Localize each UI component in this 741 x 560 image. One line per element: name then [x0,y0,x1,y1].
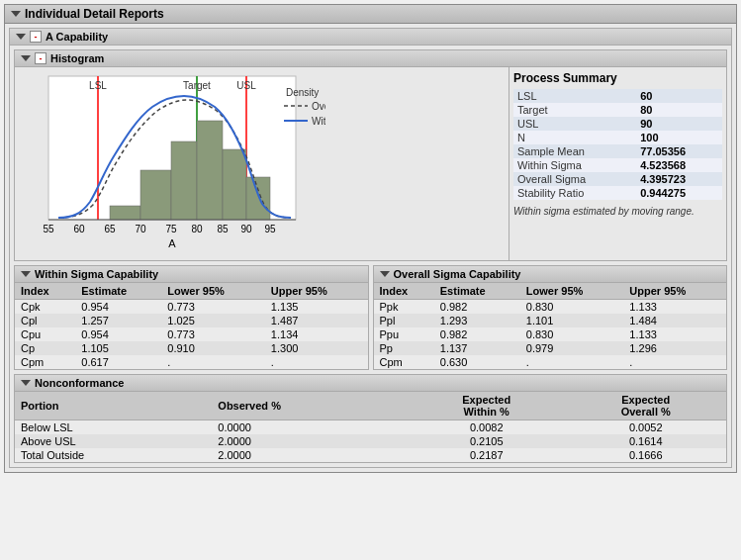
x-label-95: 95 [264,224,276,234]
within-estimate: 1.257 [75,314,161,327]
within-upper: 1.135 [265,300,368,315]
nonconf-col-portion: Portion [15,392,212,420]
target-label: Target [183,80,211,91]
nonconf-exp-overall: 0.1666 [565,448,726,462]
ps-label: USL [513,117,636,131]
hist-toggle[interactable]: - [35,52,46,64]
within-index: Cpk [15,300,75,315]
nonconf-exp-within: 0.0082 [408,420,565,435]
cap-toggle[interactable]: - [30,31,42,43]
ps-row: Within Sigma4.523568 [513,158,722,172]
ps-row: Target80 [513,103,722,117]
within-row: Cpm0.617.. [15,355,368,369]
expand-icon[interactable] [11,11,21,17]
within-lower: 0.773 [161,327,265,341]
overall-row: Pp1.1370.9791.296 [374,341,727,355]
ps-label: LSL [513,89,636,103]
ps-label: Stability Ratio [513,186,636,200]
within-upper: . [265,355,368,369]
cap-expand-icon[interactable] [16,34,26,40]
nonconf-row: Total Outside2.00000.21870.1666 [15,448,726,462]
ps-note: Within sigma estimated by moving range. [513,206,722,217]
overall-lower: 1.101 [520,314,624,327]
overall-index: Ppk [374,300,434,315]
capability-title-bar: - A Capability [10,29,731,46]
overall-col-estimate: Estimate [434,283,520,300]
overall-estimate: 0.982 [434,327,520,341]
overall-col-upper: Upper 95% [623,283,726,300]
ps-value: 80 [636,103,722,117]
nonconf-expand-icon[interactable] [21,380,31,386]
nonconf-observed: 2.0000 [212,448,408,462]
x-label-60: 60 [73,224,85,234]
capability-tables-row: Within Sigma Capability Index Estimate L… [14,265,727,370]
svg-rect-4 [110,206,140,220]
ps-row: USL90 [513,117,722,131]
ps-row: LSL60 [513,89,722,103]
histogram-panel: - Histogram [14,49,727,261]
within-sigma-panel: Within Sigma Capability Index Estimate L… [14,265,369,370]
nonconf-col-exp-overall: ExpectedOverall % [565,392,726,420]
svg-rect-7 [197,121,223,220]
nonconformance-table: Portion Observed % ExpectedWithin % Expe… [15,392,726,462]
nonconf-col-observed: Observed % [212,392,408,420]
histogram-area: LSL Target USL [15,67,509,260]
nonconf-portion: Above USL [15,434,212,448]
nonconf-portion: Total Outside [15,448,212,462]
histogram-title: Histogram [50,52,104,64]
nonconformance-title-text: Nonconformance [35,377,124,389]
overall-index: Cpm [374,355,434,369]
ps-label: N [513,131,636,144]
overall-row: Ppu0.9820.8301.133 [374,327,727,341]
within-index: Cpm [15,355,75,369]
x-label-85: 85 [217,224,229,234]
overall-upper: 1.484 [623,314,726,327]
nonconf-exp-overall: 0.0052 [565,420,726,435]
within-sigma-title: Within Sigma Capability [15,266,368,283]
ps-row: Stability Ratio0.944275 [513,186,722,200]
svg-rect-6 [171,141,197,220]
ps-row: N100 [513,131,722,144]
overall-sigma-table: Index Estimate Lower 95% Upper 95% Ppk0.… [374,283,727,369]
ps-value: 4.523568 [636,158,722,172]
within-expand-icon[interactable] [21,271,31,277]
within-row: Cpl1.2571.0251.487 [15,314,368,327]
x-label-65: 65 [104,224,116,234]
overall-col-lower: Lower 95% [520,283,624,300]
overall-sigma-title-text: Overall Sigma Capability [394,268,521,280]
overall-estimate: 0.982 [434,300,520,315]
ps-value: 90 [636,117,722,131]
within-col-lower: Lower 95% [161,283,265,300]
nonconf-exp-within: 0.2105 [408,434,565,448]
main-title: Individual Detail Reports [25,7,164,21]
within-lower: 0.910 [161,341,265,355]
process-summary-area: Process Summary LSL60Target80USL90N100Sa… [509,67,726,260]
x-label-90: 90 [240,224,252,234]
overall-estimate: 1.293 [434,314,520,327]
nonconformance-panel: Nonconformance Portion Observed % Expect… [14,374,727,463]
within-upper: 1.300 [265,341,368,355]
ps-value: 77.05356 [636,144,722,158]
overall-estimate: 0.630 [434,355,520,369]
overall-expand-icon[interactable] [380,271,390,277]
svg-rect-8 [223,149,246,220]
hist-expand-icon[interactable] [21,55,31,61]
ps-value: 100 [636,131,722,144]
capability-title: A Capability [46,31,108,43]
outer-panel: Individual Detail Reports - A Capability… [4,4,737,473]
within-estimate: 0.954 [75,300,161,315]
nonconf-exp-within: 0.2187 [408,448,565,462]
within-upper: 1.487 [265,314,368,327]
nonconf-portion: Below LSL [15,420,212,435]
overall-estimate: 1.137 [434,341,520,355]
within-estimate: 1.105 [75,341,161,355]
ps-label: Target [513,103,636,117]
ps-value: 4.395723 [636,172,722,186]
within-lower: 0.773 [161,300,265,315]
lsl-label: LSL [89,80,107,91]
ps-value: 60 [636,89,722,103]
within-sigma-title-text: Within Sigma Capability [35,268,158,280]
within-row: Cpu0.9540.7731.134 [15,327,368,341]
overall-lower: . [520,355,624,369]
overall-upper: . [623,355,726,369]
